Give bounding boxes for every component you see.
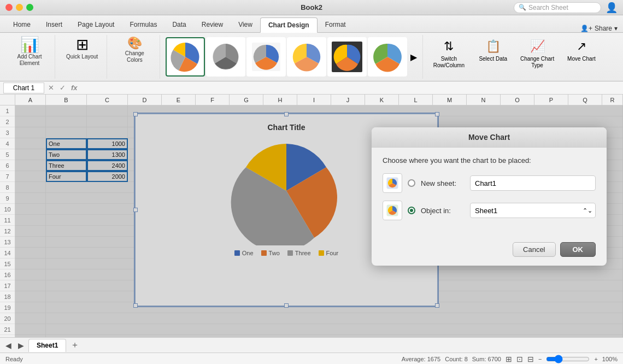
cell-reference-box[interactable] (3, 83, 44, 93)
sum-status: Sum: 6700 (472, 356, 501, 362)
chart-style-4[interactable] (287, 37, 326, 77)
object-in-icon (383, 201, 402, 220)
col-header-P[interactable]: P (534, 95, 568, 105)
minimize-button[interactable] (16, 4, 23, 11)
tab-bar: ◀ ▶ Sheet1 ＋ (0, 337, 623, 353)
chart-styles-more-arrow[interactable]: ▶ (408, 50, 419, 64)
col-header-H[interactable]: H (263, 95, 297, 105)
new-sheet-radio[interactable] (408, 179, 415, 187)
tab-data[interactable]: Data (164, 17, 193, 32)
col-header-Q[interactable]: Q (568, 95, 602, 105)
close-button[interactable] (5, 4, 13, 11)
col-header-B[interactable]: B (46, 95, 87, 105)
dialog-body: Choose where you want the chart to be pl… (372, 148, 607, 237)
maximize-button[interactable] (26, 4, 33, 11)
object-in-radio[interactable] (408, 207, 415, 214)
view-layout-icon[interactable]: ⊡ (516, 355, 523, 363)
dialog-object-in-row: Object in: Sheet1 ⌃⌄ (383, 201, 596, 220)
search-bar[interactable]: 🔍 Search Sheet (514, 2, 601, 13)
move-chart-button[interactable]: ↗ Move Chart (563, 37, 600, 64)
change-colors-icon: 🎨 (127, 37, 142, 49)
ok-button[interactable]: OK (560, 242, 596, 257)
col-header-L[interactable]: L (399, 95, 433, 105)
chart-styles-row: ▶ (162, 35, 423, 79)
add-sheet-button[interactable]: ＋ (68, 339, 81, 351)
object-in-chart-icon (386, 204, 399, 217)
zoom-slider[interactable] (546, 355, 590, 363)
formula-fx-icon[interactable]: fx (69, 84, 79, 92)
quick-layout-button[interactable]: ⊞ Quick Layout (63, 35, 101, 62)
cancel-button[interactable]: Cancel (513, 242, 555, 257)
window-controls[interactable] (5, 4, 33, 11)
tab-formulas[interactable]: Formulas (122, 17, 164, 32)
chart-style-6[interactable] (368, 37, 407, 77)
chart-style-3[interactable] (246, 37, 286, 77)
tab-view[interactable]: View (231, 17, 260, 32)
dialog-instruction: Choose where you want the chart to be pl… (383, 156, 596, 165)
quick-layout-icon: ⊞ (76, 37, 89, 52)
chart-style-2[interactable] (206, 37, 245, 77)
select-data-button[interactable]: 📋 Select Data (474, 37, 512, 64)
col-header-J[interactable]: J (331, 95, 365, 105)
sheet-tab-sheet1[interactable]: Sheet1 (28, 339, 66, 352)
new-sheet-input[interactable] (470, 175, 596, 191)
view-page-icon[interactable]: ⊟ (527, 355, 534, 363)
row-16: 16 (0, 269, 15, 280)
tab-format[interactable]: Format (318, 17, 354, 32)
object-in-radio-circle[interactable] (408, 207, 415, 214)
ribbon-right-buttons: ⇅ Switch Row/Column 📋 Select Data 📈 Chan… (425, 35, 600, 79)
search-icon: 🔍 (519, 4, 526, 11)
col-header-R[interactable]: R (602, 95, 623, 105)
row-11: 11 (0, 215, 15, 226)
row-12: 12 (0, 226, 15, 237)
formula-input[interactable] (81, 84, 620, 92)
row-22: 22 (0, 335, 15, 337)
change-chart-type-button[interactable]: 📈 Change Chart Type (514, 37, 561, 71)
chart-style-5[interactable] (327, 37, 367, 77)
col-header-N[interactable]: N (467, 95, 501, 105)
col-header-D[interactable]: D (128, 95, 162, 105)
object-in-select[interactable]: Sheet1 (470, 203, 596, 218)
tab-next-icon[interactable]: ▶ (16, 341, 26, 350)
chart-style-1[interactable] (166, 37, 205, 77)
col-header-K[interactable]: K (365, 95, 399, 105)
change-colors-group: 🎨 Change Colors (109, 35, 160, 79)
row-6: 6 (0, 160, 15, 171)
tab-home[interactable]: Home (5, 17, 38, 32)
tab-page-layout[interactable]: Page Layout (70, 17, 122, 32)
zoom-minus-icon[interactable]: − (538, 356, 542, 362)
change-colors-button[interactable]: 🎨 Change Colors (115, 35, 154, 66)
row-5: 5 (0, 149, 15, 160)
col-header-I[interactable]: I (297, 95, 331, 105)
switch-row-col-label: Switch Row/Column (430, 56, 468, 69)
move-chart-label: Move Chart (567, 56, 596, 62)
formula-cross-icon[interactable]: ✕ (46, 84, 56, 92)
sheet-body: 1 2 3 4 5 6 7 8 9 10 11 12 13 14 15 16 1… (0, 105, 623, 337)
row-17: 17 (0, 280, 15, 291)
add-chart-element-button[interactable]: 📊 Add Chart Element (10, 35, 49, 69)
col-header-M[interactable]: M (433, 95, 467, 105)
col-header-F[interactable]: F (196, 95, 230, 105)
col-header-O[interactable]: O (501, 95, 534, 105)
col-header-G[interactable]: G (230, 95, 263, 105)
status-right: Average: 1675 Count: 8 Sum: 6700 ⊞ ⊡ ⊟ −… (402, 355, 618, 363)
formula-check-icon[interactable]: ✓ (58, 84, 67, 92)
ribbon-content: 📊 Add Chart Element ⊞ Quick Layout 🎨 Cha… (0, 33, 623, 81)
view-normal-icon[interactable]: ⊞ (506, 355, 512, 363)
zoom-plus-icon[interactable]: + (594, 356, 597, 362)
tab-prev-icon[interactable]: ◀ (3, 341, 14, 350)
quick-layout-group: ⊞ Quick Layout (57, 35, 107, 79)
col-header-C[interactable]: C (87, 95, 128, 105)
col-header-A[interactable]: A (15, 95, 46, 105)
new-sheet-radio-circle[interactable] (408, 179, 415, 187)
col-header-E[interactable]: E (162, 95, 196, 105)
switch-row-column-button[interactable]: ⇅ Switch Row/Column (425, 37, 472, 71)
row-20: 20 (0, 313, 15, 324)
dialog-overlay: Move Chart Choose where you want the cha… (15, 105, 623, 337)
add-chart-element-label: Add Chart Element (13, 54, 46, 67)
share-button[interactable]: 👤+ Share ▾ (580, 25, 618, 32)
tab-chart-design[interactable]: Chart Design (260, 17, 318, 33)
tab-review[interactable]: Review (194, 17, 231, 32)
tab-insert[interactable]: Insert (38, 17, 70, 32)
count-status: Count: 8 (445, 356, 468, 362)
